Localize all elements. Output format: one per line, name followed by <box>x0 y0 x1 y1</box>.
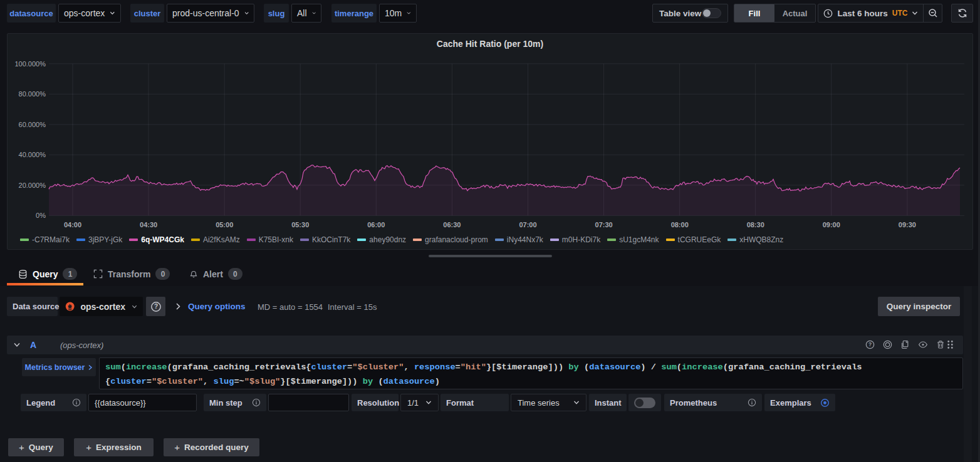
svg-text:07:00: 07:00 <box>519 221 536 228</box>
svg-text:08:30: 08:30 <box>747 221 764 228</box>
svg-text:05:00: 05:00 <box>216 221 233 228</box>
svg-text:100.000%: 100.000% <box>14 60 46 68</box>
svg-text:60.000%: 60.000% <box>19 121 46 128</box>
svg-text:04:00: 04:00 <box>64 221 81 228</box>
svg-text:06:00: 06:00 <box>367 221 385 228</box>
svg-text:?: ? <box>868 341 872 347</box>
svg-text:0%: 0% <box>36 212 46 219</box>
svg-text:07:30: 07:30 <box>595 221 613 228</box>
svg-text:09:30: 09:30 <box>899 221 916 228</box>
svg-text:20.000%: 20.000% <box>19 182 46 189</box>
svg-text:04:30: 04:30 <box>140 221 157 228</box>
svg-text:80.000%: 80.000% <box>19 90 46 98</box>
svg-text:08:00: 08:00 <box>671 221 689 228</box>
svg-text:05:30: 05:30 <box>291 221 309 228</box>
svg-text:?: ? <box>154 303 157 310</box>
svg-text:06:30: 06:30 <box>443 221 461 228</box>
svg-text:09:00: 09:00 <box>823 221 840 228</box>
svg-text:40.000%: 40.000% <box>19 151 46 158</box>
